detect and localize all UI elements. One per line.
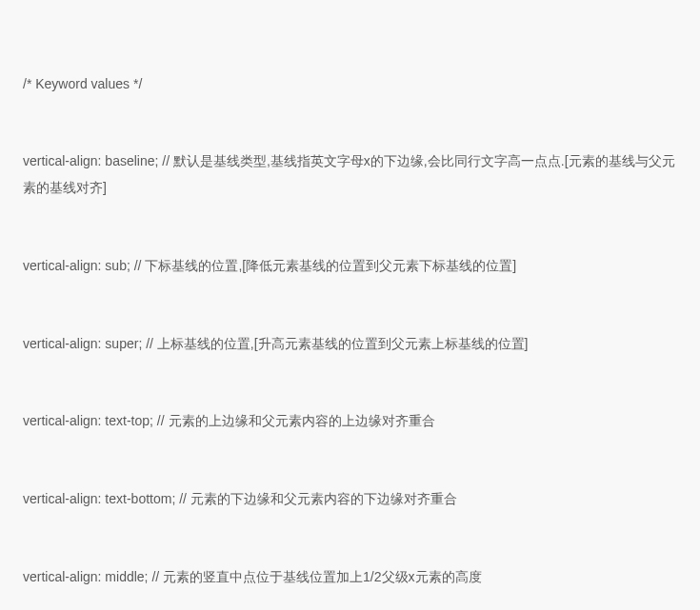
code-line: /* Keyword values */ xyxy=(23,71,677,97)
code-line: vertical-align: middle; // 元素的竖直中点位于基线位置… xyxy=(23,564,677,590)
code-line: vertical-align: text-bottom; // 元素的下边缘和父… xyxy=(23,486,677,512)
code-line: vertical-align: sub; // 下标基线的位置,[降低元素基线的… xyxy=(23,253,677,279)
code-line: vertical-align: text-top; // 元素的上边缘和父元素内… xyxy=(23,408,677,434)
code-line: vertical-align: baseline; // 默认是基线类型,基线指… xyxy=(23,148,677,201)
code-block: /* Keyword values */ vertical-align: bas… xyxy=(23,19,677,610)
code-line: vertical-align: super; // 上标基线的位置,[升高元素基… xyxy=(23,331,677,357)
